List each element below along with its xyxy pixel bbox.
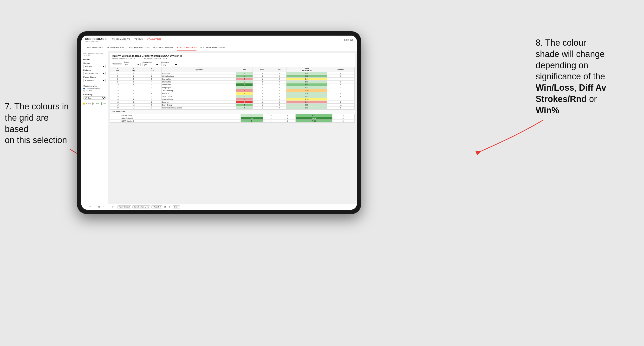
refresh-button[interactable]: ⟳ [111, 206, 114, 208]
share-button[interactable]: Share [172, 205, 180, 208]
cell-reg: 6 [125, 83, 142, 86]
subnav-team-summary[interactable]: TEAM SUMMARY [85, 45, 103, 50]
cut-button[interactable]: ✂ [102, 206, 105, 208]
opponent-filter-select[interactable]: (All) [161, 63, 178, 66]
cell-loss: 2 [252, 92, 272, 95]
cell-win: 4 [236, 104, 252, 107]
view-original-button[interactable]: View: Original [118, 205, 131, 208]
cell-reg: 2 [125, 101, 142, 104]
cell-reg: 3 [125, 78, 142, 81]
grid-button[interactable]: ⊞ [98, 206, 101, 208]
ood-cell-diff: 9.267 [296, 117, 332, 120]
cell-rounds [327, 98, 354, 101]
table-row: 13 1 1 Jessica Huang 0 1 0 -3.00 2 [110, 89, 354, 92]
cell-loss: 0 [252, 95, 272, 98]
cell-div: 5 [110, 75, 125, 78]
cell-opponent: Heejo Hyun [161, 86, 236, 89]
cell-tie: 0 [272, 89, 286, 92]
conference-filter-select[interactable]: (All) [142, 63, 159, 66]
radio-top-100[interactable]: Top 100 [83, 90, 106, 92]
undo-button[interactable]: ↩ [84, 206, 87, 208]
ood-cell-diff: 4.500 [296, 114, 332, 117]
subnav-team-h2h-grid[interactable]: TEAM H2H GRID [107, 45, 124, 50]
cell-opponent: Stella Cheng [161, 95, 236, 98]
subnav-player-h2h-heatmap[interactable]: PLAYER H2H HEATMAP [200, 45, 224, 50]
cell-win: 1 [236, 75, 252, 78]
table-row: 3 1 1 Esther Lee 1 0 0 1.50 4 [110, 72, 354, 75]
cell-win: 2 [236, 83, 252, 86]
cell-diff: -0.94 [286, 98, 327, 101]
filter-region: Region (All) [124, 61, 140, 66]
undo2-button[interactable]: ↩ [88, 206, 92, 208]
cell-diff: 1.25 [286, 95, 327, 98]
ood-cell-opponent: NCAA Division 2 [120, 120, 240, 123]
cell-opponent: Sydney Kuo [161, 78, 236, 81]
nav-committee[interactable]: COMMITTEE [147, 37, 162, 42]
ood-table-row: Foreign Team 1 0 0 4.500 2 [110, 114, 354, 117]
more-button[interactable]: ··· [107, 206, 110, 208]
grid-container: Katelyn Vo Head-to-Head Grid for Women's… [110, 53, 355, 123]
cell-reg: 2 [125, 75, 142, 78]
cell-conf: 1 [142, 98, 161, 101]
cell-conf: 2 [142, 75, 161, 78]
annotation-left: 7. The colours in the grid are based on … [5, 101, 72, 146]
cell-tie: 0 [272, 78, 286, 81]
radio-opponents-played[interactable]: Opponents Played [83, 88, 106, 89]
table-row: 10 6 3 Andrea York 2 0 0 4.00 4 [110, 83, 354, 86]
cell-opponent: Eunice Yi [161, 92, 236, 95]
cell-tie: 0 [272, 92, 286, 95]
cell-div: 16 [110, 98, 125, 101]
sign-out-button[interactable]: Sign out [344, 37, 353, 42]
subnav-player-h2h-grid[interactable]: PLAYER H2H GRID [177, 45, 196, 50]
cell-tie: 0 [272, 107, 286, 109]
ood-table-row: NCAA Division 2 5 0 0 7.400 10 [110, 120, 354, 123]
main-nav: TOURNAMENTS TEAMS COMMITTEE [112, 37, 334, 42]
redo-button[interactable]: ↪ [93, 206, 96, 208]
player-rank-select[interactable]: 8. Katelyn Vo [83, 79, 106, 82]
cell-conf: 4 [142, 81, 161, 83]
grid-records: Overall Record: 353 - 34 - 6 Division Re… [112, 58, 352, 60]
tablet-screen: SCOREBOARD Powered by clippd TOURNAMENTS… [81, 36, 357, 210]
col-opponent: Opponent [161, 67, 236, 72]
cell-rounds: 4 [327, 83, 354, 86]
cell-conf: 4 [142, 92, 161, 95]
share-icon-button[interactable]: ⊠ [168, 206, 171, 208]
cell-rounds: 3 [327, 75, 354, 78]
col-diff: Diff AvStrokes/Rnd [286, 67, 327, 72]
cell-diff: 4.00 [286, 83, 327, 86]
region-filter-select[interactable]: (All) [124, 63, 140, 66]
watch-button[interactable]: ● Watch ▾ [152, 205, 162, 208]
cell-rounds: 9 [327, 92, 354, 95]
nav-tournaments[interactable]: TOURNAMENTS [112, 37, 130, 42]
content-area: Katelyn Vo Head-to-Head Grid for Women's… [108, 51, 357, 204]
grid-title-row: Katelyn Vo Head-to-Head Grid for Women's… [110, 53, 354, 60]
gender-select[interactable]: Women's [83, 65, 106, 68]
layout-button[interactable]: ⊡ [164, 206, 166, 208]
save-custom-view-button[interactable]: Save Custom View [132, 205, 150, 208]
division-select[interactable]: NCAA Division III [83, 72, 106, 75]
ood-cell-win: 15 [240, 117, 263, 120]
cell-tie: 0 [272, 75, 286, 78]
logo: SCOREBOARD Powered by clippd [85, 37, 107, 42]
cell-reg: 11 [125, 107, 142, 109]
cell-reg: 2 [125, 98, 142, 101]
nav-teams[interactable]: TEAMS [134, 37, 143, 42]
table-row: 6 3 3 Sydney Kuo 0 1 0 -1.00 [110, 78, 354, 81]
cell-win: 1 [236, 81, 252, 83]
cell-opponent: Federica Domecq Lacroze [161, 107, 236, 109]
cell-rounds: 4 [327, 72, 354, 75]
legend-dot-up [101, 102, 102, 105]
subnav-team-h2h-heatmap[interactable]: TEAM H2H HEATMAP [128, 45, 150, 50]
cell-div: 6 [110, 78, 125, 81]
colour-by-select[interactable]: Win/loss [83, 96, 106, 100]
legend-dot-level [92, 102, 94, 105]
ood-cell-tie: 0 [279, 120, 296, 123]
col-rounds: Rounds [327, 67, 354, 72]
subnav-player-summary[interactable]: PLAYER SUMMARY [153, 45, 173, 50]
cell-diff: 1.50 [286, 72, 327, 75]
cell-diff: -1.00 [286, 78, 327, 81]
table-row: 19 10 6 Emily Chang 4 1 0 0.30 11 [110, 104, 354, 107]
ood-cell-diff: 7.400 [296, 120, 332, 123]
col-div: #Div [110, 67, 125, 72]
cell-opponent: Jessica Huang [161, 89, 236, 92]
